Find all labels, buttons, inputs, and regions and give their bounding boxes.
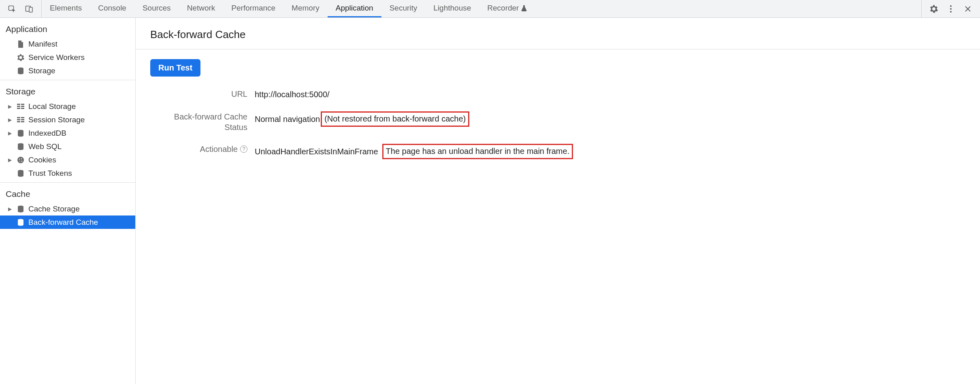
tab-label: Performance xyxy=(231,4,275,13)
sidebar-item-indexeddb[interactable]: ▶ IndexedDB xyxy=(0,126,135,140)
sidebar-item-local-storage[interactable]: ▶ Local Storage xyxy=(0,100,135,113)
svg-rect-18 xyxy=(21,121,24,122)
settings-icon[interactable] xyxy=(928,3,940,15)
tab-performance[interactable]: Performance xyxy=(223,0,283,17)
run-test-button[interactable]: Run Test xyxy=(150,59,200,77)
tab-label: Elements xyxy=(50,4,82,13)
database-icon xyxy=(16,67,25,75)
tabstrip-leading xyxy=(0,0,42,17)
tab-console[interactable]: Console xyxy=(90,0,134,17)
svg-rect-17 xyxy=(17,121,20,122)
grid-icon xyxy=(16,104,25,109)
svg-point-22 xyxy=(19,158,20,160)
actionable-label: Actionable xyxy=(200,144,238,154)
tab-lighthouse[interactable]: Lighthouse xyxy=(425,0,479,17)
svg-point-23 xyxy=(21,158,22,159)
svg-rect-13 xyxy=(17,117,20,118)
sidebar-item-trust-tokens[interactable]: Trust Tokens xyxy=(0,166,135,180)
tabstrip-trailing xyxy=(921,0,980,17)
tab-label: Memory xyxy=(292,4,320,13)
tab-elements[interactable]: Elements xyxy=(42,0,90,17)
row-label: Actionable ? xyxy=(150,144,247,154)
svg-rect-7 xyxy=(17,104,20,105)
database-icon xyxy=(16,219,25,226)
svg-rect-2 xyxy=(29,7,32,12)
close-icon[interactable] xyxy=(962,3,974,15)
actionable-message: The page has an unload handler in the ma… xyxy=(386,147,570,156)
sidebar-item-bfcache[interactable]: Back-forward Cache xyxy=(0,215,135,229)
chevron-right-icon: ▶ xyxy=(8,130,13,136)
section-title: Application xyxy=(0,18,135,37)
tree-item-label: Storage xyxy=(28,66,55,75)
sidebar-item-cache-storage[interactable]: ▶ Cache Storage xyxy=(0,202,135,215)
svg-point-24 xyxy=(21,160,23,162)
actionable-code: UnloadHandlerExistsInMainFrame xyxy=(255,146,378,157)
svg-point-21 xyxy=(17,157,24,163)
svg-rect-16 xyxy=(21,119,24,120)
tab-memory[interactable]: Memory xyxy=(283,0,328,17)
row-actionable: Actionable ? UnloadHandlerExistsInMainFr… xyxy=(150,144,965,159)
inspect-element-icon[interactable] xyxy=(6,3,18,15)
svg-rect-8 xyxy=(21,104,24,105)
tab-label: Recorder xyxy=(487,4,519,13)
database-icon xyxy=(16,143,25,150)
tree-item-label: IndexedDB xyxy=(28,129,66,138)
tree-item-label: Manifest xyxy=(28,40,58,49)
tree-item-label: Trust Tokens xyxy=(28,169,72,178)
tree-item-label: Cache Storage xyxy=(28,205,80,213)
tree-item-label: Service Workers xyxy=(28,53,85,62)
tab-label: Console xyxy=(98,4,126,13)
tree-item-label: Local Storage xyxy=(28,102,76,111)
database-icon xyxy=(16,205,25,213)
status-note: (Not restored from back-forward cache) xyxy=(324,114,466,123)
chevron-right-icon: ▶ xyxy=(8,157,13,163)
panel-tabs: Elements Console Sources Network Perform… xyxy=(42,0,535,17)
row-value: http://localhost:5000/ xyxy=(255,89,965,100)
tree-item-label: Back-forward Cache xyxy=(28,218,98,227)
svg-rect-11 xyxy=(17,108,20,109)
help-icon[interactable]: ? xyxy=(240,145,247,153)
more-icon[interactable] xyxy=(945,3,957,15)
sidebar-section-cache: Cache ▶ Cache Storage Back-forward Cache xyxy=(0,182,135,229)
sidebar-item-service-workers[interactable]: Service Workers xyxy=(0,51,135,64)
url-value: http://localhost:5000/ xyxy=(255,89,330,100)
sidebar-item-cookies[interactable]: ▶ Cookies xyxy=(0,153,135,166)
tab-label: Network xyxy=(187,4,215,13)
devtools-tabstrip: Elements Console Sources Network Perform… xyxy=(0,0,980,18)
tab-application[interactable]: Application xyxy=(328,0,381,17)
tab-network[interactable]: Network xyxy=(179,0,224,17)
sidebar-item-storage[interactable]: Storage xyxy=(0,64,135,77)
svg-point-4 xyxy=(950,8,952,10)
grid-icon xyxy=(16,117,25,123)
svg-point-3 xyxy=(950,5,952,7)
tab-recorder[interactable]: Recorder xyxy=(479,0,535,17)
sidebar-section-storage: Storage ▶ Local Storage ▶ Session Storag… xyxy=(0,80,135,180)
document-icon xyxy=(16,41,25,48)
sidebar-section-application: Application Manifest Service Workers xyxy=(0,18,135,77)
row-value: UnloadHandlerExistsInMainFrame The page … xyxy=(255,144,965,159)
database-icon xyxy=(16,170,25,177)
svg-rect-14 xyxy=(21,117,24,118)
row-label: Back-forward Cache Status xyxy=(150,111,247,132)
sidebar-item-manifest[interactable]: Manifest xyxy=(0,37,135,51)
main-panel: Back-forward Cache Run Test URL http://l… xyxy=(136,18,980,384)
tab-label: Sources xyxy=(143,4,171,13)
tab-security[interactable]: Security xyxy=(381,0,426,17)
svg-rect-10 xyxy=(21,106,24,107)
tab-sources[interactable]: Sources xyxy=(134,0,179,17)
sidebar-item-session-storage[interactable]: ▶ Session Storage xyxy=(0,113,135,126)
row-url: URL http://localhost:5000/ xyxy=(150,89,965,100)
device-toolbar-icon[interactable] xyxy=(23,3,35,15)
result-table: URL http://localhost:5000/ Back-forward … xyxy=(150,89,965,159)
tree-item-label: Web SQL xyxy=(28,142,62,151)
divider xyxy=(136,49,980,49)
tab-label: Lighthouse xyxy=(433,4,471,13)
row-value: Normal navigation (Not restored from bac… xyxy=(255,111,965,127)
cookie-icon xyxy=(16,156,25,164)
gear-icon xyxy=(16,54,25,61)
svg-rect-15 xyxy=(17,119,20,120)
section-title: Storage xyxy=(0,80,135,100)
row-status: Back-forward Cache Status Normal navigat… xyxy=(150,111,965,132)
tab-label: Security xyxy=(390,4,418,13)
sidebar-item-websql[interactable]: Web SQL xyxy=(0,140,135,153)
